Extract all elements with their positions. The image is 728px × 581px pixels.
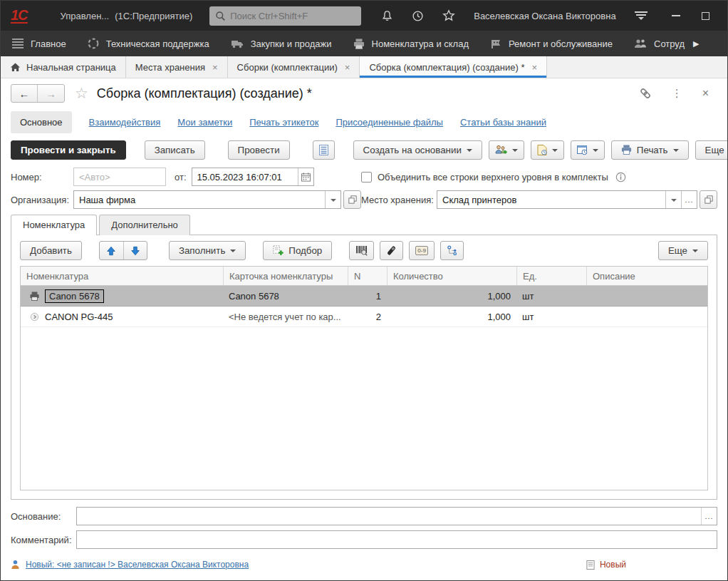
tab-close-icon[interactable]: ×	[532, 62, 538, 73]
col-header-description[interactable]: Описание	[586, 267, 707, 285]
tab-assemblies-list[interactable]: Сборки (комплектации) ×	[228, 56, 360, 78]
section-employees[interactable]: Сотруд	[634, 38, 685, 49]
col-header-quantity[interactable]: Количество	[387, 267, 516, 285]
table-row[interactable]: CANON PG-445 <Не ведется учет по кар... …	[21, 307, 707, 327]
cell-n[interactable]: 2	[348, 307, 387, 327]
move-down-icon[interactable]	[123, 242, 147, 259]
comment-field[interactable]	[76, 530, 717, 549]
choose-from-list-icon[interactable]: ...	[681, 191, 697, 208]
info-icon[interactable]	[615, 172, 626, 182]
tab-nomenclature[interactable]: Номенклатура	[11, 215, 97, 235]
more-menu-icon[interactable]: ⋮	[672, 87, 682, 100]
date-input[interactable]	[197, 172, 298, 182]
cell-description[interactable]	[586, 307, 707, 327]
cell-n[interactable]: 1	[348, 286, 387, 306]
cell-description[interactable]	[586, 286, 707, 306]
favorite-star-icon[interactable]: ☆	[75, 85, 88, 102]
comment-input[interactable]	[82, 535, 712, 545]
navlink-my-notes[interactable]: Мои заметки	[177, 117, 232, 128]
basis-choose-icon[interactable]: ...	[701, 508, 717, 525]
table-row[interactable]: Canon 5678 Canon 5678 1 1,000 шт	[21, 286, 707, 307]
scanner-button[interactable]	[380, 241, 403, 260]
navlink-interactions[interactable]: Взаимодействия	[89, 117, 161, 128]
form-close-icon[interactable]: ×	[702, 87, 709, 100]
cell-card[interactable]: Canon 5678	[223, 286, 348, 306]
back-button[interactable]: ←	[11, 85, 38, 102]
cell-quantity[interactable]: 1,000	[387, 307, 516, 327]
maximize-button[interactable]	[702, 12, 709, 20]
cell-nomenclature[interactable]: CANON PG-445	[45, 312, 113, 322]
assign-performers-button[interactable]	[489, 140, 524, 160]
dropdown-icon[interactable]	[665, 191, 681, 208]
date-field[interactable]	[192, 168, 314, 186]
cell-nomenclature[interactable]: Canon 5678	[45, 289, 104, 303]
global-search[interactable]	[209, 6, 361, 26]
quantity-input-button[interactable]: 0-9	[409, 241, 435, 260]
window-tabs: Начальная страница Места хранения × Сбор…	[1, 56, 727, 78]
navlink-knowledge-base[interactable]: Статьи базы знаний	[460, 117, 546, 128]
table-empty-area[interactable]	[21, 327, 707, 490]
history-icon[interactable]	[412, 10, 424, 22]
structure-button[interactable]	[440, 241, 464, 260]
ribbon-overflow-icon[interactable]: ▶	[693, 39, 699, 48]
favorites-icon[interactable]	[442, 9, 455, 22]
col-header-card[interactable]: Карточка номенклатуры	[223, 267, 348, 285]
cell-quantity[interactable]: 1,000	[387, 286, 516, 306]
post-and-close-button[interactable]: Провести и закрыть	[11, 140, 126, 160]
storage-place-field[interactable]: Склад принтеров ...	[437, 190, 697, 209]
user-name[interactable]: Васелевская Оксана Викторовна	[474, 11, 615, 21]
notifications-icon[interactable]	[381, 10, 393, 22]
write-button[interactable]: Записать	[145, 140, 205, 160]
section-nomenclature-warehouse[interactable]: Номенклатура и склад	[353, 38, 469, 49]
cell-unit[interactable]: шт	[516, 307, 586, 327]
navlink-main[interactable]: Основное	[11, 111, 72, 133]
search-input[interactable]	[230, 11, 355, 21]
section-main[interactable]: Главное	[12, 38, 66, 49]
basis-field[interactable]: ...	[76, 507, 717, 525]
pick-button[interactable]: Подбор	[263, 241, 332, 260]
col-header-n[interactable]: N	[348, 267, 387, 285]
calendar-icon[interactable]	[298, 168, 313, 185]
move-up-icon[interactable]	[100, 242, 123, 259]
tab-close-icon[interactable]: ×	[345, 62, 350, 73]
section-tech-support[interactable]: Техническая поддержка	[88, 38, 209, 49]
cell-card[interactable]: <Не ведется учет по кар...	[223, 307, 348, 327]
tab-home[interactable]: Начальная страница	[1, 56, 126, 78]
document-tasks-button[interactable]	[531, 140, 564, 160]
print-button[interactable]: Печать	[611, 140, 689, 160]
tab-storage-places[interactable]: Места хранения ×	[126, 56, 228, 78]
create-based-on-button[interactable]: Создать на основании	[353, 140, 482, 160]
basis-input[interactable]	[82, 511, 701, 522]
number-input[interactable]	[79, 172, 160, 182]
fill-button[interactable]: Заполнить	[169, 241, 246, 260]
col-header-unit[interactable]: Ед.	[516, 267, 586, 285]
dropdown-icon[interactable]	[325, 191, 340, 208]
tab-additional[interactable]: Дополнительно	[99, 215, 190, 235]
number-field[interactable]	[73, 168, 166, 186]
navlink-label-printing[interactable]: Печать этикеток	[249, 117, 318, 128]
minimize-button[interactable]	[672, 15, 680, 16]
merge-top-rows-checkbox[interactable]	[361, 172, 372, 182]
tab-close-icon[interactable]: ×	[212, 62, 218, 73]
posting-journal-button[interactable]	[313, 140, 335, 160]
col-header-nomenclature[interactable]: Номенклатура	[21, 267, 223, 285]
cell-unit[interactable]: шт	[516, 286, 586, 306]
forward-button[interactable]: →	[38, 85, 64, 102]
expand-row-icon[interactable]	[26, 312, 42, 322]
section-repair-service[interactable]: Ремонт и обслуживание	[490, 38, 613, 49]
barcode-search-button[interactable]	[349, 241, 374, 260]
reminders-button[interactable]	[571, 140, 605, 160]
get-link-icon[interactable]	[639, 87, 652, 100]
section-purchases-sales[interactable]: Закупки и продажи	[231, 38, 332, 49]
navlink-attached-files[interactable]: Присоединенные файлы	[336, 117, 443, 128]
items-more-button[interactable]: Еще	[658, 241, 708, 260]
tab-assembly-new[interactable]: Сборка (комплектация) (создание) * ×	[360, 56, 547, 78]
post-button[interactable]: Провести	[228, 140, 290, 160]
organization-field[interactable]: Наша фирма	[73, 190, 341, 209]
open-storage-place-icon[interactable]	[700, 190, 717, 209]
more-button[interactable]: Еще	[695, 140, 728, 160]
open-organization-icon[interactable]	[343, 190, 361, 209]
add-row-button[interactable]: Добавить	[20, 241, 82, 260]
document-status-link[interactable]: Новый: <не записан !> Васелевская Оксана…	[26, 560, 249, 570]
service-menu-icon[interactable]	[635, 11, 648, 20]
